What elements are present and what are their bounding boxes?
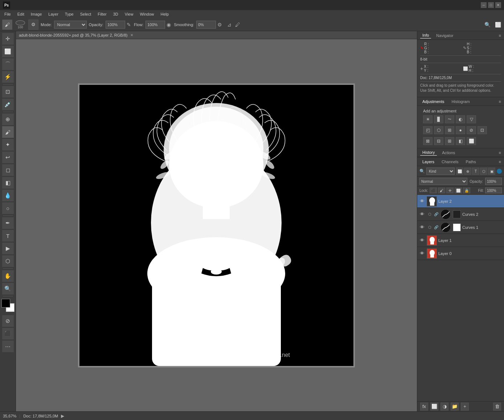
flow-control[interactable]: ◉ — [146, 21, 172, 29]
pressure-icon[interactable]: ⊿ — [226, 21, 232, 28]
color-swatches[interactable] — [1, 299, 15, 312]
menu-type[interactable]: Type — [62, 11, 77, 17]
layers-add-mask-button[interactable]: ⬜ — [430, 403, 438, 411]
layers-add-adjustment-button[interactable]: ◑ — [441, 403, 448, 411]
layers-new-group-button[interactable]: 📁 — [451, 403, 459, 411]
lock-image-btn[interactable]: 🖌 — [438, 188, 445, 193]
layer2-visibility[interactable]: 👁 — [419, 198, 425, 205]
layers-tab[interactable]: Layers — [420, 159, 437, 165]
menu-help[interactable]: Help — [158, 11, 172, 17]
brightness-adjustment[interactable]: ☀ — [423, 115, 433, 123]
curves1-visibility[interactable]: 👁 — [419, 224, 425, 231]
layer1-visibility[interactable]: 👁 — [419, 237, 425, 244]
gradient-tool[interactable]: ◧ — [2, 177, 14, 189]
channel-mixer-adjustment[interactable]: ⊘ — [467, 126, 476, 134]
navigator-tab[interactable]: Navigator — [434, 33, 455, 38]
lock-position-btn[interactable]: ✛ — [446, 188, 454, 193]
menu-edit[interactable]: Edit — [15, 11, 27, 17]
lock-artboard-btn[interactable]: ⬜ — [455, 188, 462, 193]
shape-tool[interactable]: ⬡ — [2, 255, 14, 267]
eraser-tool[interactable]: ◻ — [2, 164, 14, 176]
filter-smartobj-btn[interactable]: ▣ — [488, 168, 495, 175]
layers-expand[interactable]: ≡ — [499, 160, 501, 164]
menu-select[interactable]: Select — [77, 11, 94, 17]
smoothing-settings-icon[interactable]: ⚙ — [217, 21, 223, 28]
curves-adjustment[interactable]: 〜 — [445, 115, 454, 123]
stylus-icon[interactable]: 🖊 — [234, 21, 241, 28]
filter-text-btn[interactable]: T — [472, 168, 479, 175]
clone-stamp-tool[interactable]: ✦ — [2, 139, 14, 151]
gradient-map-adjustment[interactable]: ◧ — [456, 137, 465, 145]
menu-image[interactable]: Image — [28, 11, 45, 17]
hue-saturation-adjustment[interactable]: ◰ — [423, 126, 433, 134]
selective-color-adjustment[interactable]: ⬜ — [467, 137, 476, 145]
info-tab[interactable]: Info — [420, 32, 431, 38]
filter-shape-btn[interactable]: ⬡ — [480, 168, 487, 175]
healing-brush-tool[interactable]: ⊕ — [2, 114, 14, 125]
workspace-icon[interactable]: ⬜ — [494, 21, 502, 28]
brush-tool-button[interactable]: 🖌 — [2, 20, 12, 30]
opacity-value[interactable]: 100% — [485, 178, 502, 185]
curves2-visibility[interactable]: 👁 — [419, 211, 425, 218]
close-button[interactable]: ✕ — [495, 2, 501, 8]
layer-row-curves1[interactable]: 👁 ⬡ 🔗 Curves 1 — [417, 221, 504, 234]
layer-row-layer0[interactable]: 👁 Layer 0 — [417, 247, 504, 260]
layers-new-layer-button[interactable]: + — [461, 403, 469, 411]
posterize-adjustment[interactable]: ⊟ — [434, 137, 443, 145]
layers-delete-button[interactable]: 🗑 — [493, 403, 501, 411]
text-tool[interactable]: T — [2, 230, 14, 242]
maximize-button[interactable]: □ — [488, 2, 494, 8]
color-balance-adjustment[interactable]: ⬡ — [434, 126, 443, 134]
extra-tools[interactable]: ⋯ — [2, 341, 14, 352]
menu-layer[interactable]: Layer — [45, 11, 61, 17]
menu-view[interactable]: View — [122, 11, 136, 17]
layer0-visibility[interactable]: 👁 — [419, 250, 425, 257]
vibrance-adjustment[interactable]: ▽ — [467, 115, 476, 123]
threshold-adjustment[interactable]: ⊞ — [445, 137, 454, 145]
history-expand[interactable]: ≡ — [499, 151, 501, 155]
status-arrow[interactable]: ▶ — [61, 413, 64, 419]
invert-adjustment[interactable]: ⊠ — [423, 137, 433, 145]
crop-tool[interactable]: ⊡ — [2, 86, 14, 98]
actions-tab[interactable]: Actions — [440, 150, 457, 156]
quick-mask-tool[interactable]: ⊘ — [2, 315, 14, 327]
hand-tool[interactable]: ✋ — [2, 270, 14, 282]
layer-row-layer2[interactable]: 👁 Layer 2 — [417, 195, 504, 208]
layers-fx-button[interactable]: fx — [420, 403, 428, 411]
canvas[interactable]: www.yakymchuk.net — [79, 85, 353, 366]
history-brush-tool[interactable]: ↩ — [2, 152, 14, 163]
path-select-tool[interactable]: ▶ — [2, 243, 14, 254]
magic-wand-tool[interactable]: ⚡ — [2, 71, 14, 83]
zoom-tool[interactable]: 🔍 — [2, 283, 14, 295]
channels-tab[interactable]: Channels — [439, 159, 460, 165]
layer-row-layer1[interactable]: 👁 Layer 1 — [417, 234, 504, 247]
menu-window[interactable]: Window — [137, 11, 157, 17]
exposure-adjustment[interactable]: ◐ — [456, 115, 465, 123]
color-lookup-adjustment[interactable]: ⊡ — [478, 126, 487, 134]
filter-adjustment-btn[interactable]: ⊕ — [464, 168, 471, 175]
blend-mode-select[interactable]: Normal — [419, 178, 467, 185]
opacity-airbrush-icon[interactable]: ✎ — [126, 21, 132, 28]
brush-tool[interactable]: 🖌 — [2, 126, 14, 138]
smoothing-input[interactable] — [196, 21, 216, 29]
window-controls[interactable]: ─ □ ✕ — [481, 2, 501, 8]
black-white-adjustment[interactable]: ⊞ — [445, 126, 454, 134]
move-tool[interactable]: ✛ — [2, 33, 14, 45]
blur-tool[interactable]: 💧 — [2, 190, 14, 201]
smoothing-control[interactable]: ⚙ — [196, 21, 223, 29]
eyedropper-tool[interactable]: 💉 — [2, 99, 14, 110]
rectangle-select-tool[interactable]: ⬜ — [2, 46, 14, 57]
flow-input[interactable] — [146, 21, 165, 29]
screen-mode-tool[interactable]: ⬛ — [2, 328, 14, 339]
layer-row-curves2[interactable]: 👁 ⬡ 🔗 Curves 2 — [417, 208, 504, 221]
pen-tool[interactable]: ✒ — [2, 217, 14, 229]
doc-tab-close-button[interactable]: × — [131, 32, 134, 38]
photo-filter-adjustment[interactable]: ● — [456, 126, 465, 134]
brush-settings-button[interactable]: ⚙ — [28, 20, 38, 30]
paths-tab[interactable]: Paths — [464, 159, 478, 165]
fill-value[interactable]: 100% — [485, 188, 502, 193]
histogram-tab[interactable]: Histogram — [450, 99, 472, 104]
opacity-control[interactable]: ✎ — [106, 21, 132, 29]
levels-adjustment[interactable]: ▊ — [434, 115, 443, 123]
lock-transparent-btn[interactable]: ⬛ — [430, 188, 437, 193]
